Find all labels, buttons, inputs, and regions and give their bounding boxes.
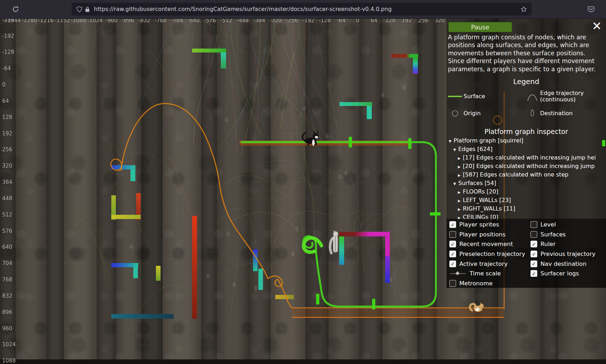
ruler-top-label: 256 — [418, 18, 428, 24]
ruler-left-label: 0 — [2, 82, 6, 88]
star-icon[interactable] — [521, 6, 527, 12]
ruler-left-label: 576 — [2, 228, 12, 234]
chevron-right-icon[interactable]: ▶ — [458, 163, 463, 170]
tree-item[interactable]: ▶LEFT_WALLs [23] — [447, 196, 603, 205]
chevron-down-icon[interactable]: ▼ — [453, 180, 458, 187]
ruler-left-label: 384 — [2, 179, 12, 185]
toggle-label: Nav destination — [540, 261, 587, 267]
chevron-right-icon[interactable]: ▶ — [458, 188, 463, 196]
tree-item[interactable]: ▼Edges [624] — [447, 145, 603, 153]
toggle-surfacer-logs[interactable]: ✓Surfacer logs — [531, 269, 605, 279]
squirrel-climbing-sprite — [329, 230, 340, 257]
tree-item[interactable]: ▼Platform graph [squirrel] — [447, 136, 603, 145]
close-icon[interactable]: ✕ — [590, 19, 603, 33]
tree-item-label: RIGHT_WALLs [11] — [463, 205, 515, 212]
scrollbar-thumb[interactable] — [602, 140, 605, 146]
chevron-right-icon[interactable]: ▶ — [458, 171, 463, 179]
toggle-label: Previous trajectory — [540, 251, 595, 257]
toggle-label: Player positions — [459, 231, 506, 238]
ruler-top-label: -1024 — [87, 18, 103, 24]
toggle-label: Metronome — [459, 280, 493, 287]
legend-title: Legend — [447, 77, 606, 86]
tree-item-label: FLOORs [20] — [463, 188, 498, 195]
tree-item[interactable]: ▶[17] Edges calculated with increasing j… — [447, 153, 603, 162]
reload-icon[interactable] — [9, 3, 22, 16]
toggle-label: Ruler — [540, 241, 556, 247]
ruler-top-label: 320 — [434, 18, 445, 24]
chevron-down-icon[interactable]: ▼ — [453, 146, 458, 153]
toggle-nav-destination[interactable]: ✓Nav destination — [531, 259, 605, 269]
surfaces-checkbox[interactable] — [531, 231, 537, 238]
recent-movement-checkbox[interactable]: ✓ — [449, 241, 456, 247]
ruler-left-label: 192 — [2, 130, 12, 137]
ruler-top-label: -512 — [220, 18, 232, 24]
chevron-right-icon[interactable]: ▶ — [458, 197, 463, 205]
pocket-save-icon[interactable] — [585, 3, 597, 16]
legend-label-edge-trajectory: Edge trajectory (continuous) — [540, 90, 606, 103]
toggle-label: Player sprites — [459, 221, 499, 228]
toggle-column: LevelSurfaces✓Ruler✓Previous trajectory✓… — [531, 220, 605, 279]
active-trajectory-checkbox[interactable]: ✓ — [449, 261, 456, 267]
toggle-previous-trajectory[interactable]: ✓Previous trajectory — [531, 249, 605, 259]
platform-graph-panel: Pause ✕ A platform graph consists of nod… — [447, 18, 606, 288]
player-sprites-checkbox[interactable]: ✓ — [449, 221, 456, 228]
toggle-level[interactable]: Level — [531, 220, 605, 230]
url-bar[interactable]: https://raw.githubusercontent.com/Snorin… — [72, 3, 532, 16]
ruler-left-label: 896 — [2, 309, 12, 315]
toggle-surfaces[interactable]: Surfaces — [531, 230, 605, 240]
surfacer-logs-checkbox[interactable]: ✓ — [531, 270, 537, 277]
toggle-preselection-trajectory[interactable]: ✓Preselection trajectory — [449, 249, 529, 259]
tree-item-label: Edges [624] — [458, 146, 493, 152]
ruler-top-label: -192 — [302, 18, 314, 24]
chevron-right-icon[interactable]: ▶ — [458, 154, 463, 162]
ruler-top-label: -960 — [105, 18, 117, 24]
ruler-top-label: -1088 — [71, 18, 86, 24]
chevron-right-icon[interactable]: ▶ — [458, 205, 463, 213]
edge-trajectory-icon — [524, 91, 540, 101]
toggle-player-positions[interactable]: Player positions — [449, 230, 529, 240]
metronome-checkbox[interactable] — [449, 280, 456, 287]
lock-icon[interactable] — [85, 6, 90, 12]
previous-trajectory-checkbox[interactable]: ✓ — [531, 251, 537, 257]
time-scale-slider[interactable] — [449, 270, 466, 277]
toggle-active-trajectory[interactable]: ✓Active trajectory — [449, 259, 529, 269]
level-checkbox[interactable] — [531, 221, 537, 228]
chevron-down-icon[interactable]: ▼ — [449, 137, 454, 145]
ruler-left-label: 768 — [2, 276, 12, 283]
url-text[interactable]: https://raw.githubusercontent.com/Snorin… — [94, 6, 520, 12]
tree-item-label: [587] Edges calculated with one step — [463, 171, 568, 178]
ruler-left-label: -64 — [2, 65, 11, 72]
nav-destination-checkbox[interactable]: ✓ — [531, 261, 537, 267]
ruler-top-label: -1216 — [38, 18, 54, 24]
debug-toggles: ✓Player spritesPlayer positions✓Recent m… — [447, 219, 606, 288]
tree-item[interactable]: ▶RIGHT_WALLs [11] — [447, 205, 603, 213]
tree-item[interactable]: ▶FLOORs [20] — [447, 187, 603, 196]
toggle-recent-movement[interactable]: ✓Recent movement — [449, 239, 529, 249]
toggle-label: Time scale — [470, 270, 501, 277]
toggle-player-sprites[interactable]: ✓Player sprites — [449, 220, 529, 230]
ruler-left-label: 320 — [2, 163, 12, 169]
shield-icon[interactable] — [76, 6, 83, 12]
toggle-metronome[interactable]: Metronome — [449, 279, 529, 289]
preselection-trajectory-checkbox[interactable]: ✓ — [449, 251, 456, 257]
ruler-checkbox[interactable]: ✓ — [531, 241, 537, 247]
pause-button[interactable]: Pause — [448, 22, 512, 32]
ruler-left-label: -192 — [2, 33, 14, 39]
ruler-left-label: 512 — [2, 212, 12, 218]
ruler-top-label: -448 — [237, 18, 249, 24]
tree-item[interactable]: ▶[20] Edges calculated without increasin… — [447, 162, 603, 170]
toggle-time-scale[interactable]: Time scale — [449, 269, 529, 279]
ruler-left-label: 128 — [2, 114, 12, 121]
tree-item[interactable]: ▶[587] Edges calculated with one step — [447, 170, 603, 179]
ruler-top-label: 64 — [371, 18, 377, 24]
tree-item[interactable]: ▼Surfaces [54] — [447, 179, 603, 187]
ruler-top-label: -832 — [138, 18, 150, 24]
toggle-label: Preselection trajectory — [459, 251, 525, 257]
toggle-ruler[interactable]: ✓Ruler — [531, 239, 605, 249]
player-positions-checkbox[interactable] — [449, 231, 456, 238]
cat-sprite — [301, 130, 320, 147]
ruler-top-label: -128 — [319, 18, 331, 24]
ruler-top-label: -1280 — [22, 18, 37, 24]
surface-line-icon — [447, 96, 464, 97]
origin-icon — [447, 109, 464, 118]
